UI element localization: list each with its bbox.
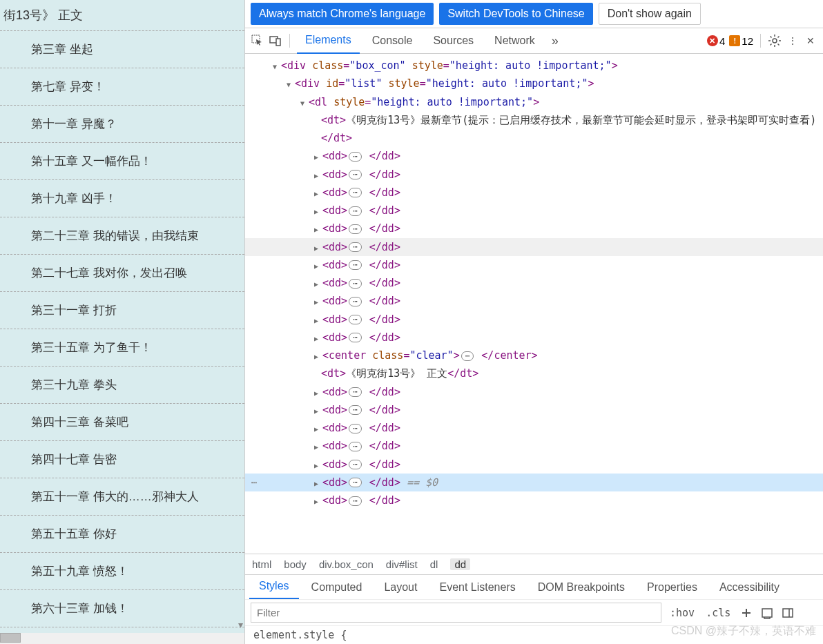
chapter-link[interactable]: 第十五章 又一幅作品！ xyxy=(0,143,244,180)
expand-arrow-icon[interactable] xyxy=(314,311,322,329)
chapter-link[interactable]: 第十九章 凶手！ xyxy=(0,180,244,217)
hov-toggle[interactable]: :hov xyxy=(667,605,697,621)
gutter-menu-icon[interactable]: ⋯ xyxy=(248,474,260,491)
expand-arrow-icon[interactable] xyxy=(314,147,322,165)
chapter-link[interactable]: 第五十一章 伟大的……邪神大人 xyxy=(0,478,244,516)
ellipsis-icon[interactable]: ⋯ xyxy=(349,460,362,469)
dom-node[interactable]: <dd>⋯ </dd> xyxy=(245,238,823,256)
expand-arrow-icon[interactable] xyxy=(287,75,295,92)
dom-node[interactable]: <dd>⋯ </dd> xyxy=(245,419,823,437)
dom-node[interactable]: <dd>⋯ </dd> xyxy=(245,401,823,419)
ellipsis-icon[interactable]: ⋯ xyxy=(349,478,362,487)
expand-arrow-icon[interactable] xyxy=(314,202,322,219)
dom-node[interactable]: <dt>《明克街13号》最新章节(提示：已启用缓存技术，最新章节可能会延时显示，… xyxy=(245,111,823,148)
tab-sources[interactable]: Sources xyxy=(425,28,482,54)
switch-chinese-button[interactable]: Switch DevTools to Chinese xyxy=(439,3,592,25)
dom-node[interactable]: <dd>⋯ </dd> xyxy=(245,491,823,509)
expand-arrow-icon[interactable] xyxy=(314,437,322,455)
subtab-styles[interactable]: Styles xyxy=(249,575,299,600)
ellipsis-icon[interactable]: ⋯ xyxy=(349,170,362,179)
breadcrumb-item[interactable]: body xyxy=(284,558,307,570)
dom-node[interactable]: <dt>《明克街13号》 正文</dt> xyxy=(245,364,823,382)
expand-arrow-icon[interactable] xyxy=(314,292,322,310)
dom-node[interactable]: <dd>⋯ </dd> xyxy=(245,329,823,347)
dom-node[interactable]: <div id="list" style="height: auto !impo… xyxy=(245,75,823,92)
chapter-link[interactable]: 第二十七章 我对你，发出召唤 xyxy=(0,255,244,292)
dom-node[interactable]: <dd>⋯ </dd> xyxy=(245,184,823,202)
chapter-link[interactable]: 第五十九章 愤怒！ xyxy=(0,553,244,590)
ellipsis-icon[interactable]: ⋯ xyxy=(349,333,362,342)
ellipsis-icon[interactable]: ⋯ xyxy=(349,206,362,216)
expand-arrow-icon[interactable] xyxy=(314,419,322,437)
breadcrumb-item[interactable]: html xyxy=(252,558,271,570)
cls-toggle[interactable]: .cls xyxy=(703,605,733,621)
device-toggle-icon[interactable] xyxy=(269,34,282,48)
dom-node[interactable]: <center class="clear">⋯ </center> xyxy=(245,347,823,364)
kebab-menu-icon[interactable]: ⋮ xyxy=(786,34,800,48)
expand-arrow-icon[interactable] xyxy=(314,383,322,401)
breadcrumb-item[interactable]: dl xyxy=(430,558,438,570)
subtab-computed[interactable]: Computed xyxy=(302,575,372,600)
toggle-panel-icon[interactable] xyxy=(780,605,795,621)
inspect-icon[interactable] xyxy=(251,34,264,48)
dom-node[interactable]: <dd>⋯ </dd> xyxy=(245,292,823,310)
horizontal-scrollbar[interactable] xyxy=(0,633,244,644)
tab-console[interactable]: Console xyxy=(364,28,421,54)
chapter-link[interactable]: 第六十三章 加钱！ xyxy=(0,590,244,627)
dom-node[interactable]: <dd>⋯ </dd> xyxy=(245,383,823,401)
dom-node[interactable]: <dl style="height: auto !important;"> xyxy=(245,93,823,111)
expand-arrow-icon[interactable] xyxy=(314,456,322,474)
expand-arrow-icon[interactable] xyxy=(314,347,322,364)
chapter-link[interactable]: 第三十九章 拳头 xyxy=(0,367,244,404)
dom-node[interactable]: <dd>⋯ </dd> xyxy=(245,147,823,165)
dom-node[interactable]: <dd>⋯ </dd> xyxy=(245,311,823,329)
expand-arrow-icon[interactable] xyxy=(314,256,322,274)
computed-sidebar-icon[interactable] xyxy=(759,605,775,621)
style-rule[interactable]: element.style { xyxy=(245,625,823,644)
chapter-link[interactable]: 第七章 异变！ xyxy=(0,68,244,106)
new-style-rule-icon[interactable] xyxy=(739,605,754,621)
ellipsis-icon[interactable]: ⋯ xyxy=(349,315,362,324)
chapter-link[interactable]: 第四十七章 告密 xyxy=(0,441,244,478)
ellipsis-icon[interactable]: ⋯ xyxy=(349,242,362,252)
match-language-button[interactable]: Always match Chrome's language xyxy=(251,3,434,25)
subtab-accessibility[interactable]: Accessibility xyxy=(710,575,789,600)
breadcrumb-item[interactable]: dd xyxy=(450,558,470,570)
breadcrumb-item[interactable]: div#list xyxy=(386,558,418,570)
dom-node[interactable]: <dd>⋯ </dd> xyxy=(245,256,823,274)
chapter-link[interactable]: 第四十三章 备菜吧 xyxy=(0,404,244,441)
scroll-down-icon[interactable]: ▾ xyxy=(238,619,243,630)
ellipsis-icon[interactable]: ⋯ xyxy=(349,188,362,197)
filter-input[interactable] xyxy=(251,603,661,623)
ellipsis-icon[interactable]: ⋯ xyxy=(349,387,362,397)
dom-node[interactable]: <div class="box_con" style="height: auto… xyxy=(245,57,823,75)
dom-node-selected[interactable]: ⋯<dd>⋯ </dd> == $0 xyxy=(245,474,823,491)
ellipsis-icon[interactable]: ⋯ xyxy=(349,224,362,234)
close-icon[interactable]: ✕ xyxy=(804,34,817,48)
dom-node[interactable]: <dd>⋯ </dd> xyxy=(245,437,823,455)
dom-node[interactable]: <dd>⋯ </dd> xyxy=(245,202,823,219)
subtab-event-listeners[interactable]: Event Listeners xyxy=(429,575,525,600)
more-tabs-icon[interactable]: » xyxy=(548,34,563,48)
expand-arrow-icon[interactable] xyxy=(314,184,322,202)
ellipsis-icon[interactable]: ⋯ xyxy=(349,297,362,306)
subtab-dom-breakpoints[interactable]: DOM Breakpoints xyxy=(528,575,635,600)
dom-tree[interactable]: <div class="box_con" style="height: auto… xyxy=(245,54,823,554)
dom-node[interactable]: <dd>⋯ </dd> xyxy=(245,166,823,184)
chapter-link[interactable]: 第十一章 异魔？ xyxy=(0,106,244,143)
error-count[interactable]: ✕4 xyxy=(707,35,725,47)
expand-arrow-icon[interactable] xyxy=(314,491,322,509)
expand-arrow-icon[interactable] xyxy=(314,329,322,347)
ellipsis-icon[interactable]: ⋯ xyxy=(349,442,362,451)
expand-arrow-icon[interactable] xyxy=(314,219,322,237)
chapter-link[interactable]: 第二十三章 我的错误，由我结束 xyxy=(0,217,244,255)
expand-arrow-icon[interactable] xyxy=(314,274,322,292)
ellipsis-icon[interactable]: ⋯ xyxy=(349,279,362,289)
tab-elements[interactable]: Elements xyxy=(297,28,360,54)
breadcrumb-item[interactable]: div.box_con xyxy=(319,558,374,570)
expand-arrow-icon[interactable] xyxy=(273,57,281,75)
ellipsis-icon[interactable]: ⋯ xyxy=(349,424,362,433)
ellipsis-icon[interactable]: ⋯ xyxy=(349,260,362,270)
subtab-layout[interactable]: Layout xyxy=(374,575,427,600)
dom-node[interactable]: <dd>⋯ </dd> xyxy=(245,456,823,474)
